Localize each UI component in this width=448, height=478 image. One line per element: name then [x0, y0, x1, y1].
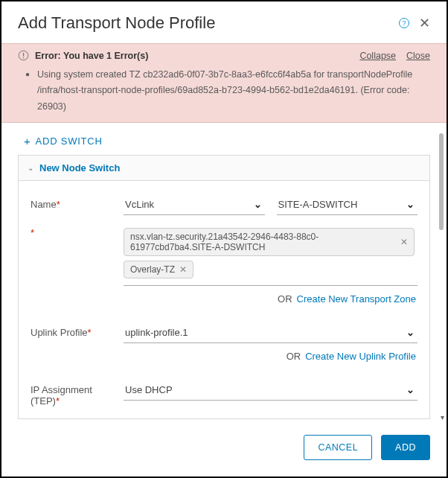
- error-collapse-link[interactable]: Collapse: [359, 51, 396, 61]
- plus-icon: +: [24, 135, 31, 147]
- close-icon[interactable]: ✕: [419, 15, 430, 31]
- name-dswitch-select[interactable]: SITE-A-DSWITCH ⌄: [277, 194, 418, 215]
- name-link-select[interactable]: VcLink ⌄: [124, 194, 265, 215]
- chevron-down-icon: ⌄: [406, 327, 415, 338]
- uplink-profile-select[interactable]: uplink-profile.1 ⌄: [124, 322, 417, 343]
- error-panel: Error: You have 1 Error(s) Collapse Clos…: [1, 43, 447, 123]
- help-icon[interactable]: ?: [398, 17, 410, 29]
- error-message: Using system created TZ cb232ad6-0f07-3b…: [37, 67, 430, 115]
- scrollbar-thumb[interactable]: [439, 133, 444, 230]
- label-uplink-profile: Uplink Profile*: [31, 322, 116, 338]
- row-uplink-profile: Uplink Profile* uplink-profile.1 ⌄ OR Cr…: [31, 322, 417, 372]
- or-text: OR: [278, 293, 292, 305]
- ip-assignment-value: Use DHCP: [125, 384, 173, 395]
- uplink-profile-value: uplink-profile.1: [125, 327, 188, 338]
- chevron-down-icon: ⌄: [406, 384, 415, 395]
- chevron-down-icon: ⌄: [254, 199, 262, 210]
- chip-remove-icon[interactable]: ✕: [400, 237, 408, 247]
- create-uplink-profile-link[interactable]: Create New Uplink Profile: [305, 351, 416, 362]
- switch-panel-title: New Node Switch: [39, 162, 120, 173]
- dialog-header: Add Transport Node Profile ? ✕: [1, 1, 447, 43]
- chevron-down-icon: ⌄: [28, 164, 33, 172]
- ip-assignment-select[interactable]: Use DHCP ⌄: [124, 380, 417, 401]
- row-ip-assignment: IP Assignment (TEP)* Use DHCP ⌄: [31, 380, 417, 407]
- row-transport-zones: * nsx.vlan-tz.security.21a43542-2946-448…: [31, 223, 417, 315]
- cancel-button[interactable]: CANCEL: [304, 435, 372, 460]
- bullet-icon: ●: [25, 67, 30, 115]
- error-icon: [18, 50, 29, 61]
- add-transport-node-profile-dialog: Add Transport Node Profile ? ✕: [0, 0, 448, 478]
- tz-chip-label: nsx.vlan-tz.security.21a43542-2946-4483-…: [130, 232, 396, 252]
- label-name: Name*: [31, 194, 116, 210]
- tz-chip: Overlay-TZ ✕: [124, 261, 193, 278]
- add-switch-label: ADD SWITCH: [36, 136, 103, 147]
- tz-chip: nsx.vlan-tz.security.21a43542-2946-4483-…: [124, 228, 415, 256]
- name-dswitch-value: SITE-A-DSWITCH: [278, 199, 358, 210]
- error-links: Collapse Close: [359, 51, 430, 61]
- tz-chip-label: Overlay-TZ: [130, 264, 175, 275]
- uplink-helper: OR Create New Uplink Profile: [124, 343, 417, 372]
- add-switch-button[interactable]: + ADD SWITCH: [18, 133, 430, 155]
- error-close-link[interactable]: Close: [406, 51, 430, 61]
- switch-panel: ⌄ New Node Switch Name* VcLink ⌄: [18, 155, 430, 419]
- scrollbar[interactable]: [439, 133, 444, 423]
- dialog-title: Add Transport Node Profile: [18, 13, 215, 33]
- switch-panel-body: Name* VcLink ⌄ SITE-A-DSWITCH ⌄: [19, 181, 429, 418]
- error-title: Error: You have 1 Error(s): [35, 51, 148, 61]
- chevron-down-icon: ⌄: [406, 199, 415, 210]
- label-transport-zones: *: [31, 223, 116, 238]
- create-transport-zone-link[interactable]: Create New Transport Zone: [297, 293, 416, 305]
- error-body: ● Using system created TZ cb232ad6-0f07-…: [18, 61, 430, 115]
- scroll-body: + ADD SWITCH ⌄ New Node Switch Name*: [1, 123, 447, 423]
- row-name: Name* VcLink ⌄ SITE-A-DSWITCH ⌄: [31, 194, 417, 215]
- svg-text:?: ?: [402, 19, 406, 27]
- add-button[interactable]: ADD: [381, 435, 430, 460]
- or-text: OR: [287, 351, 301, 362]
- switch-panel-header[interactable]: ⌄ New Node Switch: [19, 156, 429, 181]
- svg-rect-4: [23, 57, 24, 58]
- tz-helper: OR Create New Transport Zone: [124, 286, 417, 315]
- transport-zone-chips[interactable]: nsx.vlan-tz.security.21a43542-2946-4483-…: [124, 223, 417, 286]
- name-link-value: VcLink: [125, 199, 154, 210]
- error-header: Error: You have 1 Error(s) Collapse Clos…: [18, 50, 430, 61]
- header-icons: ? ✕: [398, 15, 430, 31]
- label-ip-assignment: IP Assignment (TEP)*: [31, 380, 116, 407]
- svg-rect-3: [23, 53, 24, 57]
- chip-remove-icon[interactable]: ✕: [179, 264, 187, 275]
- scroll-down-caret-icon[interactable]: ▾: [441, 413, 444, 421]
- dialog-footer: CANCEL ADD: [1, 423, 447, 477]
